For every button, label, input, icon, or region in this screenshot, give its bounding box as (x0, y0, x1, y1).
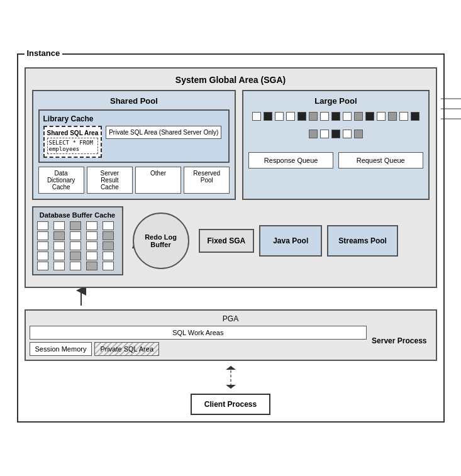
grid-square (331, 112, 340, 121)
buffer-cell (70, 241, 81, 250)
buffer-cell (86, 231, 97, 240)
shared-sql-area-label: Shared SQL Area (47, 130, 99, 136)
client-process: Client Process (191, 394, 270, 415)
buffer-cell (37, 231, 48, 240)
redo-log: Redo Log Buffer (130, 209, 192, 272)
grid-square (331, 130, 340, 138)
buffer-cell (53, 252, 65, 260)
buffer-grid (37, 221, 118, 270)
buffer-cell (53, 262, 65, 270)
grid-square (365, 112, 374, 121)
library-cache: Library Cache Shared SQL Area SELECT * F… (38, 109, 230, 163)
grid-square (411, 112, 419, 121)
streams-pool-label: Streams Pool (338, 236, 387, 245)
shared-pool-bottom: Data Dictionary Cache Server Result Cach… (38, 167, 230, 194)
grid-square (399, 112, 408, 121)
fixed-sga: Fixed SGA (199, 229, 255, 253)
buffer-cell (70, 231, 81, 240)
buffer-cell (53, 221, 65, 230)
buffer-cell (37, 241, 48, 250)
grid-square (388, 112, 397, 121)
sql-line1: SELECT * FROM (49, 140, 93, 146)
pga-label: PGA (30, 314, 432, 323)
pga-area: PGA SQL Work Areas Session Memory Privat… (25, 309, 437, 361)
streams-pool: Streams Pool (327, 225, 398, 257)
sp-item-server-result-label: Server Result Cache (101, 170, 119, 191)
legend-lines-svg (441, 94, 461, 131)
instance-box: Instance System Global Area (SGA) Shared… (17, 53, 445, 423)
buffer-cell (103, 241, 114, 250)
buffer-cell (86, 252, 97, 260)
response-queue-label: Response Queue (264, 157, 318, 164)
pga-inner: SQL Work Areas Session Memory Private SQ… (30, 326, 432, 356)
pga-left: SQL Work Areas Session Memory Private SQ… (30, 326, 367, 356)
grid-square (309, 130, 318, 138)
buffer-cell (53, 231, 65, 240)
grid-square (297, 112, 306, 121)
buffer-cell (103, 231, 114, 240)
pga-private-sql-area: Private SQL Area (94, 342, 159, 356)
sp-item-server-result: Server Result Cache (87, 167, 133, 194)
sga-box: System Global Area (SGA) Shared Pool Lib… (25, 67, 437, 288)
buffer-cell (53, 241, 65, 250)
session-memory: Session Memory (30, 342, 92, 356)
private-sql-area-label: Private SQL Area (Shared Server Only) (109, 129, 218, 136)
request-queue: Request Queue (338, 152, 423, 169)
redo-log-label: Redo Log Buffer (134, 233, 188, 248)
buffer-cell (86, 221, 97, 230)
instance-label: Instance (25, 48, 63, 58)
large-pool: Large Pool Response Queue Request Queue (242, 90, 429, 200)
grid-square (320, 130, 329, 138)
sp-item-other-label: Other (150, 170, 166, 177)
shared-sql-area: Shared SQL Area SELECT * FROM employees (43, 126, 103, 158)
grid-square (286, 112, 295, 121)
buffer-cell (103, 262, 114, 270)
middle-row: Database Buffer Cache (32, 206, 430, 275)
up-arrow-area (25, 288, 437, 307)
buffer-cell (37, 262, 48, 270)
buffer-cell (37, 252, 48, 260)
grid-square (275, 112, 284, 121)
squares-grid (248, 109, 423, 147)
response-queue: Response Queue (248, 152, 333, 169)
request-queue-label: Request Queue (357, 157, 405, 164)
grid-square (343, 130, 352, 138)
client-process-wrapper: Client Process (25, 394, 437, 415)
buffer-cell (70, 221, 81, 230)
buffer-cell (86, 262, 97, 270)
grid-square (252, 112, 261, 121)
private-sql-area-shared: Private SQL Area (Shared Server Only) (106, 126, 221, 139)
buffer-cell (103, 221, 114, 230)
server-process-label: Server Process (367, 326, 431, 356)
sp-item-reserved: Reserved Pool (184, 167, 230, 194)
buffer-cell (37, 221, 48, 230)
pga-bottom-row: Session Memory Private SQL Area (30, 342, 367, 356)
sp-item-data-dict-label: Data Dictionary Cache (47, 170, 75, 191)
grid-square (354, 112, 363, 121)
sp-item-reserved-label: Reserved Pool (193, 170, 220, 184)
right-top-row: Fixed SGA Java Pool Streams Pool (199, 225, 430, 257)
db-buffer-cache-label: Database Buffer Cache (37, 211, 118, 219)
grid-square (320, 112, 329, 121)
fixed-sga-label: Fixed SGA (208, 236, 246, 245)
sp-item-other: Other (135, 167, 181, 194)
client-process-label: Client Process (204, 400, 257, 409)
grid-square (377, 112, 386, 121)
large-pool-label: Large Pool (248, 96, 423, 106)
sql-line2: employees (49, 146, 80, 152)
grid-square (343, 112, 352, 121)
bidirectional-arrows (25, 361, 437, 394)
library-cache-label: Library Cache (43, 114, 225, 123)
grid-square (309, 112, 318, 121)
java-pool-label: Java Pool (273, 236, 308, 245)
shared-pool-label: Shared Pool (38, 96, 230, 106)
buffer-cell (70, 262, 81, 270)
sp-item-data-dict: Data Dictionary Cache (38, 167, 84, 194)
shared-pool: Shared Pool Library Cache Shared SQL Are… (32, 90, 236, 200)
svg-marker-11 (226, 385, 236, 389)
buffer-cell (70, 252, 81, 260)
top-row: Shared Pool Library Cache Shared SQL Are… (32, 90, 430, 200)
grid-square (264, 112, 272, 121)
redo-circle: Redo Log Buffer (133, 213, 189, 269)
queue-row: Response Queue Request Queue (248, 152, 423, 169)
